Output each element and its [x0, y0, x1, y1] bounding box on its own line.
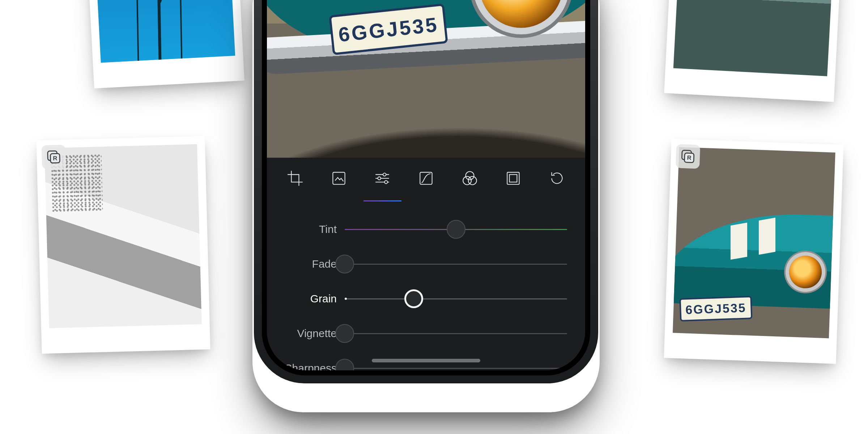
svg-point-9 [385, 180, 388, 183]
toolbar-active-indicator [267, 200, 585, 201]
slider-thumb-grain[interactable] [404, 289, 423, 308]
tool-crop[interactable] [282, 163, 308, 195]
gallery-card-top-right [664, 0, 846, 102]
slider-thumb-tint[interactable] [447, 220, 465, 239]
tool-filters[interactable] [457, 163, 482, 195]
editor-screen: 6GGJ535 [267, 0, 585, 370]
thumbnail-license-plate: 6GGJ535 [680, 296, 753, 322]
svg-point-8 [378, 177, 381, 180]
slider-thumb-fade[interactable] [335, 255, 354, 273]
tool-history[interactable] [544, 163, 570, 195]
tool-curves[interactable] [413, 163, 439, 195]
slider-row-fade: Fade [267, 247, 567, 281]
gallery-card-bottom-right: 6GGJ535 R [664, 139, 844, 364]
svg-point-13 [468, 176, 476, 185]
slider-label-grain: Grain [267, 293, 345, 305]
photo-palm-tree [92, 0, 235, 63]
home-indicator[interactable] [372, 359, 480, 362]
slider-label-tint: Tint [267, 223, 345, 235]
gallery-card-bottom-left: R [36, 136, 210, 354]
slider-label-fade: Fade [267, 258, 345, 270]
slider-origin-dot [345, 298, 347, 300]
slider-track-grain[interactable] [345, 298, 567, 299]
gallery-card-top-left [84, 0, 244, 89]
tool-adjust[interactable] [370, 163, 395, 195]
phone-mockup: 6GGJ535 [254, 0, 598, 383]
slider-track-fade[interactable] [345, 264, 567, 265]
editor-toolbar [267, 158, 585, 200]
slider-label-sharpness: Sharpness [267, 362, 345, 370]
svg-text:R: R [53, 155, 57, 161]
tool-border[interactable] [501, 163, 526, 195]
editor-panel: TintFadeGrainVignetteSharpness [267, 158, 585, 370]
svg-rect-15 [510, 175, 517, 182]
slider-track-vignette[interactable] [345, 333, 567, 334]
photo-bw-building [44, 144, 202, 328]
slider-track-sharpness[interactable] [345, 368, 567, 369]
svg-point-7 [383, 173, 386, 176]
tool-frame[interactable] [326, 163, 352, 195]
svg-text:R: R [687, 154, 692, 161]
raw-badge-icon: R [42, 145, 66, 169]
slider-label-vignette: Vignette [267, 327, 345, 340]
svg-rect-14 [507, 172, 519, 184]
svg-point-12 [463, 176, 471, 185]
slider-thumb-vignette[interactable] [335, 324, 354, 343]
slider-row-vignette: Vignette [267, 316, 567, 351]
raw-badge-icon: R [676, 144, 700, 169]
photo-hollywood [673, 0, 837, 76]
svg-rect-6 [333, 172, 345, 184]
photo-teal-car: 6GGJ535 [673, 147, 835, 339]
slider-list: TintFadeGrainVignetteSharpness [267, 212, 585, 349]
svg-point-11 [465, 171, 474, 180]
slider-row-tint: Tint [267, 212, 567, 247]
slider-row-grain: Grain [267, 281, 567, 316]
slider-thumb-sharpness[interactable] [335, 359, 354, 370]
slider-track-tint[interactable] [345, 229, 567, 230]
editor-preview-image[interactable]: 6GGJ535 [267, 0, 585, 158]
